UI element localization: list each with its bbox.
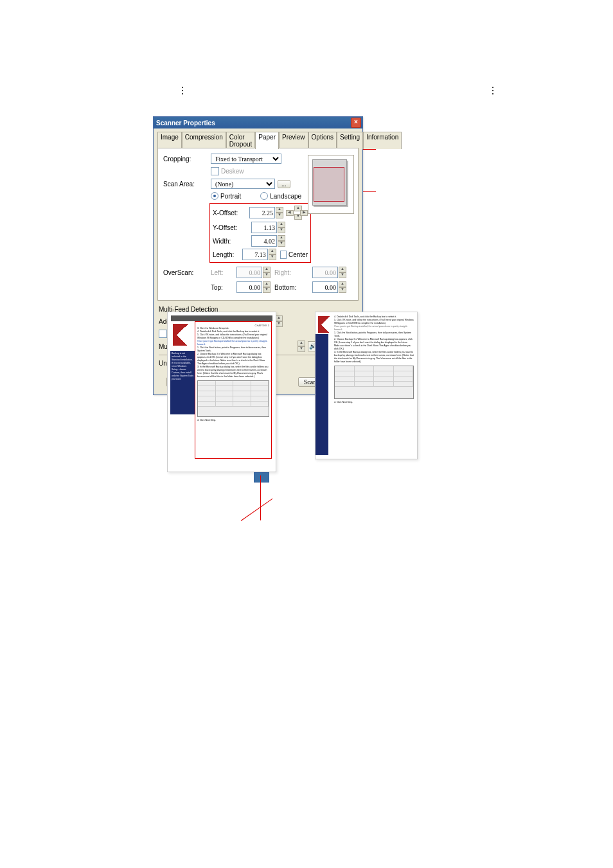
deskew-label: Deskew bbox=[221, 168, 244, 175]
runner-icon bbox=[173, 324, 190, 346]
down-icon[interactable]: ▼ bbox=[263, 287, 271, 293]
left-label: Left: bbox=[211, 269, 236, 276]
doc-table bbox=[334, 366, 414, 399]
right-input bbox=[312, 267, 338, 278]
step-b-4: 2. Choose Backup. If a Welcome to Micros… bbox=[334, 338, 414, 351]
step-b-2: Once you've got Backup installed, the ac… bbox=[334, 325, 414, 332]
doc-crop-box: CHAPTER 3 3. Click the Windows Setup tab… bbox=[195, 321, 272, 459]
tab-strip: Image Compression Color Dropout Paper Pr… bbox=[157, 131, 359, 148]
yoffset-input[interactable] bbox=[251, 222, 277, 233]
offset-group: X-Offset: ▲▼ ▲ ▼ ◀ ▶ Y-Offset bbox=[209, 203, 311, 263]
up-icon[interactable]: ▲ bbox=[278, 235, 285, 241]
yoffset-label: Y-Offset: bbox=[213, 224, 251, 231]
step-b-5: 3. In the Microsoft Backup dialog box, s… bbox=[334, 351, 414, 364]
center-label: Center bbox=[289, 251, 308, 258]
left-spinner: ▲▼ bbox=[236, 267, 271, 278]
overscan-label: OverScan: bbox=[163, 269, 211, 276]
step-b-3: 1. Click the Start button, point to Prog… bbox=[334, 332, 414, 338]
cropping-select[interactable]: Fixed to Transport bbox=[211, 154, 281, 164]
up-icon[interactable]: ▲ bbox=[263, 281, 271, 287]
yoffset-spinner[interactable]: ▲▼ bbox=[251, 222, 285, 233]
center-checkbox[interactable] bbox=[280, 251, 287, 259]
step-b-1: 5. Click OK twice, and follow the instru… bbox=[334, 319, 414, 325]
close-icon[interactable]: × bbox=[351, 118, 361, 128]
down-icon[interactable]: ▼ bbox=[276, 213, 283, 218]
xoffset-spinner[interactable]: ▲▼ bbox=[249, 207, 283, 218]
right-spinner: ▲▼ bbox=[312, 267, 346, 278]
blue-tab-icon bbox=[254, 472, 269, 483]
preview-pane[interactable] bbox=[308, 155, 354, 214]
arrow-right-icon[interactable]: ▶ bbox=[300, 210, 308, 216]
tab-image[interactable]: Image bbox=[157, 132, 182, 149]
step-a-6: 3. In the Microsoft Backup dialog box, s… bbox=[197, 366, 269, 378]
step-b-6: 4. Click Next Step. bbox=[334, 401, 414, 404]
titlebar[interactable]: Scanner Properties × bbox=[154, 117, 362, 128]
doc-right: 4. Doubleclick Disk Tools, and click the… bbox=[315, 312, 418, 459]
tab-options[interactable]: Options bbox=[308, 132, 337, 149]
doc-sidebar: Backup is not included in the Standard i… bbox=[170, 351, 195, 414]
down-icon[interactable]: ▼ bbox=[269, 254, 276, 260]
landscape-label: Landscape bbox=[270, 193, 301, 200]
step-a-2: 5. Click OK twice, and follow the instru… bbox=[197, 333, 269, 340]
up-icon[interactable]: ▲ bbox=[278, 222, 285, 227]
portrait-label: Portrait bbox=[220, 193, 241, 200]
down-icon[interactable]: ▼ bbox=[278, 241, 285, 247]
deskew-checkbox bbox=[211, 167, 219, 175]
tab-information[interactable]: Information bbox=[363, 132, 402, 149]
down-icon[interactable]: ▼ bbox=[278, 227, 285, 233]
up-icon[interactable]: ▲ bbox=[269, 249, 276, 254]
runner-icon bbox=[318, 316, 331, 333]
top-spinner[interactable]: ▲▼ bbox=[236, 281, 271, 293]
arrow-left-icon[interactable]: ◀ bbox=[286, 210, 294, 216]
scan-area-more-button[interactable]: ... bbox=[278, 180, 290, 188]
callout-line bbox=[260, 475, 261, 520]
direction-pad[interactable]: ▲ ▼ ◀ ▶ bbox=[286, 206, 308, 220]
up-icon[interactable]: ▲ bbox=[276, 207, 283, 213]
cropping-label: Cropping: bbox=[163, 155, 211, 163]
top-input[interactable] bbox=[236, 281, 262, 293]
xoffset-label: X-Offset: bbox=[213, 209, 249, 217]
tab-body: Cropping: Fixed to Transport Deskew Scan… bbox=[157, 148, 359, 301]
top-label: Top: bbox=[211, 284, 236, 291]
doc-left: SHORTCUT Backup is not included in the S… bbox=[167, 312, 276, 472]
scan-area-select[interactable]: (None) bbox=[211, 179, 275, 189]
tab-color-dropout[interactable]: Color Dropout bbox=[226, 132, 256, 149]
length-spinner[interactable]: ▲▼ bbox=[242, 249, 276, 260]
tab-compression[interactable]: Compression bbox=[182, 132, 226, 149]
title-text: Scanner Properties bbox=[156, 120, 351, 127]
bottom-spinner[interactable]: ▲▼ bbox=[312, 281, 346, 293]
length-label: Length: bbox=[213, 251, 242, 258]
doc-table bbox=[197, 380, 269, 417]
portrait-radio[interactable]: Portrait bbox=[211, 192, 241, 200]
doc-sidebar-strip bbox=[315, 334, 328, 455]
scan-area-label: Scan Area: bbox=[163, 181, 211, 188]
sidebar-text: Backup is not included in the Standard i… bbox=[172, 352, 193, 380]
step-a-4: 1. Click the Start button, point to Prog… bbox=[197, 346, 269, 353]
bottom-input[interactable] bbox=[312, 281, 338, 293]
step-a-3: Once you've got Backup installed, the ac… bbox=[197, 340, 269, 346]
bottom-label: Bottom: bbox=[274, 284, 300, 291]
step-a-5: 2. Choose Backup. If a Welcome to Micros… bbox=[197, 353, 269, 366]
left-input bbox=[236, 267, 262, 278]
tab-setting[interactable]: Setting bbox=[337, 132, 363, 149]
step-a-7: 4. Click Next Step. bbox=[197, 419, 269, 422]
down-icon[interactable]: ▼ bbox=[339, 287, 346, 293]
landscape-radio[interactable]: Landscape bbox=[260, 192, 301, 200]
width-label: Width: bbox=[213, 238, 251, 245]
stop-checkbox[interactable] bbox=[159, 330, 167, 338]
width-spinner[interactable]: ▲▼ bbox=[251, 235, 285, 247]
length-input[interactable] bbox=[242, 249, 268, 260]
tab-paper[interactable]: Paper bbox=[255, 132, 279, 149]
xoffset-input[interactable] bbox=[249, 207, 275, 218]
tab-preview[interactable]: Preview bbox=[279, 132, 308, 149]
doc-header bbox=[171, 315, 272, 321]
document-thumbnails: SHORTCUT Backup is not included in the S… bbox=[167, 312, 443, 472]
up-icon[interactable]: ▲ bbox=[339, 281, 346, 287]
width-input[interactable] bbox=[251, 235, 277, 247]
right-label: Right: bbox=[274, 269, 300, 276]
preview-selection[interactable] bbox=[314, 167, 344, 202]
